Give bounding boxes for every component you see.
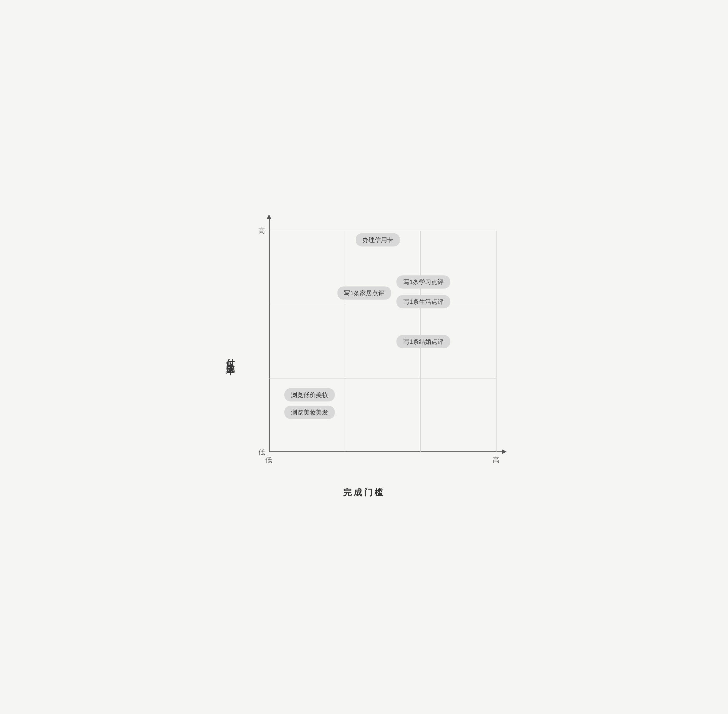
plot-area: 高 低 低 高 办理信用卡写1条家居点评写1条学习点评写1条生活点评写1条结婚点…: [250, 231, 496, 471]
y-axis-label: 付出成本: [226, 352, 234, 362]
label-low-x: 低: [265, 455, 272, 465]
tag-makeup-hair: 浏览美妆美发: [285, 406, 335, 419]
tag-home-review: 写1条家居点评: [337, 286, 391, 300]
x-axis-label: 完成门槛: [343, 487, 385, 498]
grid-line-h3: [269, 231, 496, 231]
label-high-y: 高: [258, 226, 265, 236]
tag-study-review: 写1条学习点评: [397, 275, 450, 288]
tag-credit-card: 办理信用卡: [356, 233, 400, 246]
grid-line-h2: [269, 378, 496, 379]
tag-cheap-makeup: 浏览低价美妆: [285, 388, 335, 401]
tag-wedding-review: 写1条结婚点评: [397, 335, 450, 348]
grid-line-v1: [345, 231, 345, 452]
chart-container: 付出成本 完成门槛 高 低 低 高 办理信用卡写1条家居点评写1条学习点评写1条…: [226, 219, 502, 495]
label-high-x: 高: [493, 455, 500, 465]
grid: [269, 231, 496, 452]
label-low-y: 低: [258, 448, 265, 457]
tag-life-review: 写1条生活点评: [397, 295, 450, 308]
